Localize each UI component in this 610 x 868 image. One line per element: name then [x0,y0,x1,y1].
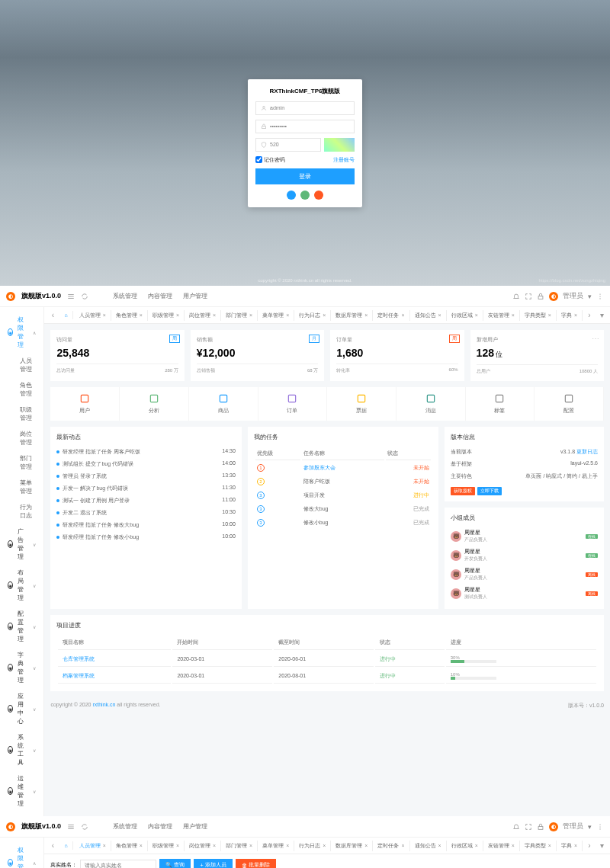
close-icon[interactable]: × [401,312,404,318]
tab-item[interactable]: 岗位管理× [185,841,221,851]
project-link[interactable]: 仓库管理系统 [58,652,171,667]
batch-delete-button[interactable]: 🗑 批量删除 [236,859,276,868]
tab-item[interactable]: 字典× [557,841,583,851]
search-input[interactable] [80,860,156,869]
tab-more[interactable]: ▾ [596,311,607,319]
tab-item[interactable]: 字典× [557,310,583,321]
more-icon[interactable] [596,823,604,831]
tab-item[interactable]: 职级管理× [148,310,185,321]
tab-item[interactable]: 字典类型× [520,841,557,851]
tab-item[interactable]: 人员管理× [75,310,111,321]
tab-next[interactable]: › [584,311,595,319]
news-item[interactable]: 研发经理 指派了任务 周客户吃饭14:30 [56,446,235,458]
tab-prev[interactable]: ‹ [47,311,58,319]
sidebar-item[interactable]: ◉布局管理∨ [0,565,43,606]
user-avatar-icon[interactable]: ◐ [549,292,558,301]
sidebar-sub-item[interactable]: 人员管理 [0,353,43,377]
tab-item[interactable]: 人员管理× [75,841,111,851]
weibo-icon[interactable] [314,191,323,200]
tab-item[interactable]: 行为日志× [294,841,331,851]
close-icon[interactable]: × [176,843,179,848]
captcha-image[interactable] [324,138,355,152]
search-button[interactable]: 🔍 查询 [159,859,191,868]
news-item[interactable]: 研发经理 指派了任务 修改大bug10:00 [56,519,235,531]
quick-item[interactable]: 分析 [120,387,189,421]
get-auth-button[interactable]: 获取授权 [451,487,475,495]
close-icon[interactable]: × [574,843,577,848]
refresh-icon[interactable] [81,823,88,831]
sidebar-item[interactable]: ◉权限管理∧ [0,312,43,353]
menu-item[interactable]: 用户管理 [183,822,207,831]
close-icon[interactable]: × [364,843,368,848]
sidebar-item[interactable]: ◉字典管理∨ [0,647,43,688]
sidebar-sub-item[interactable]: 职级管理 [0,402,43,426]
tab-item[interactable]: 菜单管理× [258,310,294,321]
password-input[interactable]: ••••••••• [255,120,355,133]
news-item[interactable]: 开发二 退出了系统10:30 [56,507,235,519]
add-button[interactable]: + 添加人员 [194,859,232,868]
close-icon[interactable]: × [249,843,252,848]
tab-item[interactable]: 定时任务× [373,310,409,321]
menu-item[interactable]: 系统管理 [113,292,137,300]
sidebar-sub-item[interactable]: 角色管理 [0,377,43,402]
news-item[interactable]: 测试组长 提交了bug 代码错误14:00 [56,458,235,470]
tab-item[interactable]: 角色管理× [111,841,148,851]
close-icon[interactable]: × [103,312,106,318]
tab-item[interactable]: 数据库管理× [331,841,373,851]
menu-item[interactable]: 用户管理 [183,292,207,300]
user-avatar-icon[interactable]: ◐ [549,822,558,831]
close-icon[interactable]: × [438,843,441,848]
close-icon[interactable]: × [249,312,252,318]
close-icon[interactable]: × [213,312,216,318]
tab-next[interactable]: › [584,841,595,850]
tab-item[interactable]: 部门管理× [221,310,258,321]
news-item[interactable]: 研发经理 指派了任务 修改小bug10:00 [56,531,235,543]
sidebar-item[interactable]: ◉运维管理∨ [0,770,43,812]
footer-link[interactable]: rxthink.cn [92,702,115,707]
close-icon[interactable]: × [512,312,515,318]
wechat-icon[interactable] [300,191,310,200]
close-icon[interactable]: × [475,843,478,848]
fullscreen-icon[interactable] [525,823,532,831]
login-button[interactable]: 登录 [255,168,355,184]
lock-icon[interactable] [537,823,544,831]
close-icon[interactable]: × [176,312,179,318]
bell-icon[interactable] [512,823,520,831]
quick-item[interactable]: 用户 [50,387,120,421]
project-link[interactable]: 档案管理系统 [58,668,171,684]
sidebar-sub-item[interactable]: 岗位管理 [0,426,43,450]
close-icon[interactable]: × [213,843,216,848]
close-icon[interactable]: × [475,312,478,318]
close-icon[interactable]: × [512,843,515,848]
menu-item[interactable]: 内容管理 [148,822,172,831]
close-icon[interactable]: × [548,843,551,848]
quick-item[interactable]: 订单 [258,387,328,421]
tab-item[interactable]: 菜单管理× [258,841,294,851]
tab-item[interactable]: 行政区域× [447,841,483,851]
tab-item[interactable]: 通知公告× [410,310,447,321]
menu-toggle-icon[interactable] [67,823,75,831]
tab-item[interactable]: 定时任务× [373,841,409,851]
more-icon[interactable]: ⋯ [592,335,599,343]
tab-item[interactable]: 数据库管理× [331,310,373,321]
sidebar-sub-item[interactable]: 菜单管理 [0,475,43,499]
tab-item[interactable]: 友链管理× [483,841,520,851]
menu-item[interactable]: 系统管理 [113,822,137,831]
tab-item[interactable]: 岗位管理× [185,310,221,321]
close-icon[interactable]: × [286,312,289,318]
close-icon[interactable]: × [548,312,551,318]
captcha-input[interactable]: 520 [255,138,321,152]
close-icon[interactable]: × [323,312,326,318]
close-icon[interactable]: × [401,843,404,848]
news-item[interactable]: 管理员 登录了系统13:30 [56,470,235,482]
close-icon[interactable]: × [438,312,441,318]
tab-home[interactable]: ⌂ [59,311,72,319]
close-icon[interactable]: × [574,312,577,318]
tab-item[interactable]: 通知公告× [410,841,447,851]
close-icon[interactable]: × [140,843,143,848]
register-link[interactable]: 注册账号 [333,156,355,164]
sidebar-item[interactable]: ◉配置管理∨ [0,606,43,647]
close-icon[interactable]: × [140,312,143,318]
sidebar-item[interactable]: ◉系统工具∨ [0,729,43,770]
more-icon[interactable] [596,293,604,300]
